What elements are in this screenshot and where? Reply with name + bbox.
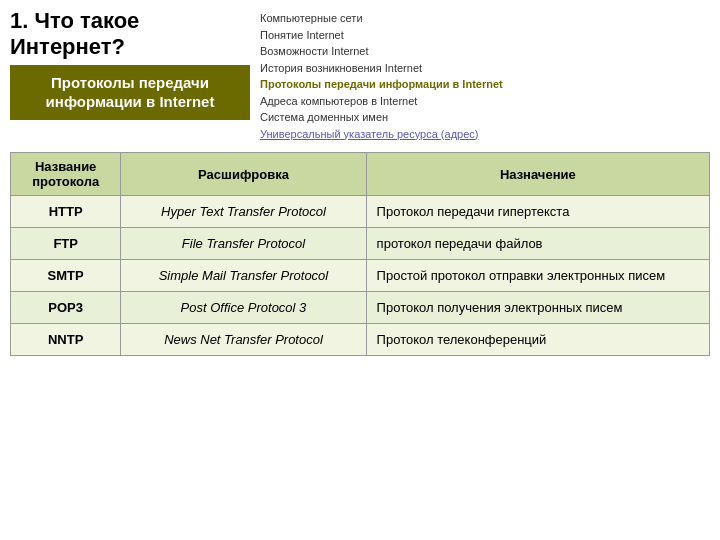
protocol-decode: Post Office Protocol 3 xyxy=(121,292,366,324)
protocol-decode: Hyper Text Transfer Protocol xyxy=(121,196,366,228)
nav-item-6[interactable]: Система доменных имен xyxy=(260,109,710,126)
col-header-purpose: Назначение xyxy=(366,153,709,196)
protocol-name: HTTP xyxy=(11,196,121,228)
protocol-purpose: протокол передачи файлов xyxy=(366,228,709,260)
nav-item-1[interactable]: Понятие Internet xyxy=(260,27,710,44)
protocols-table: Название протокола Расшифровка Назначени… xyxy=(10,152,710,356)
protocol-purpose: Протокол телеконференций xyxy=(366,324,709,356)
table-row: FTPFile Transfer Protocolпротокол переда… xyxy=(11,228,710,260)
protocol-name: POP3 xyxy=(11,292,121,324)
protocol-decode: News Net Transfer Protocol xyxy=(121,324,366,356)
table-row: SMTPSimple Mail Transfer ProtocolПростой… xyxy=(11,260,710,292)
nav-item-2[interactable]: Возможности Internet xyxy=(260,43,710,60)
header: 1. Что такое Интернет? Протоколы передач… xyxy=(0,0,720,146)
table-row: NNTPNews Net Transfer ProtocolПротокол т… xyxy=(11,324,710,356)
nav-item-7[interactable]: Универсальный указатель ресурса (адрес) xyxy=(260,126,710,143)
subtitle-box: Протоколы передачи информации в Internet xyxy=(10,65,250,120)
nav-item-3[interactable]: История возникновения Internet xyxy=(260,60,710,77)
protocol-purpose: Протокол передачи гипертекста xyxy=(366,196,709,228)
nav-item-0[interactable]: Компьютерные сети xyxy=(260,10,710,27)
table-header-row: Название протокола Расшифровка Назначени… xyxy=(11,153,710,196)
table-section: Название протокола Расшифровка Назначени… xyxy=(0,146,720,540)
col-header-name: Название протокола xyxy=(11,153,121,196)
nav-menu: Компьютерные сети Понятие Internet Возмо… xyxy=(260,8,710,142)
protocol-purpose: Простой протокол отправки электронных пи… xyxy=(366,260,709,292)
protocol-name: FTP xyxy=(11,228,121,260)
protocol-name: SMTP xyxy=(11,260,121,292)
protocol-decode: Simple Mail Transfer Protocol xyxy=(121,260,366,292)
table-row: POP3Post Office Protocol 3Протокол получ… xyxy=(11,292,710,324)
page: 1. Что такое Интернет? Протоколы передач… xyxy=(0,0,720,540)
protocol-decode: File Transfer Protocol xyxy=(121,228,366,260)
nav-item-5[interactable]: Адреса компьютеров в Internet xyxy=(260,93,710,110)
page-title: 1. Что такое Интернет? xyxy=(10,8,250,61)
header-left: 1. Что такое Интернет? Протоколы передач… xyxy=(10,8,250,142)
protocol-name: NNTP xyxy=(11,324,121,356)
nav-item-4[interactable]: Протоколы передачи информации в Internet xyxy=(260,76,710,93)
col-header-decode: Расшифровка xyxy=(121,153,366,196)
table-row: HTTPHyper Text Transfer ProtocolПротокол… xyxy=(11,196,710,228)
protocol-purpose: Протокол получения электронных писем xyxy=(366,292,709,324)
